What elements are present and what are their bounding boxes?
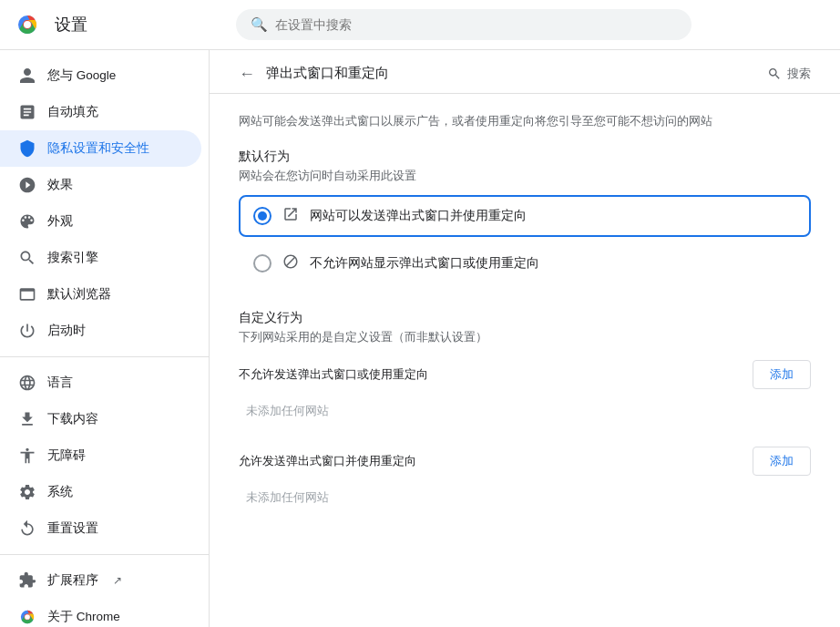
browser-icon	[18, 285, 36, 303]
sidebar-item-label: 无障碍	[47, 447, 86, 464]
allow-permission-label: 允许发送弹出式窗口并使用重定向	[239, 453, 416, 469]
content-body: 网站可能会发送弹出式窗口以展示广告，或者使用重定向将您引导至您可能不想访问的网站…	[210, 94, 840, 551]
accessibility-icon	[18, 447, 36, 465]
custom-section-title: 自定义行为	[239, 310, 811, 326]
sidebar-item-privacy-security[interactable]: 隐私设置和安全性	[0, 130, 201, 167]
content-search-label: 搜索	[787, 66, 811, 82]
sidebar-item-label: 启动时	[47, 323, 86, 339]
top-bar: 设置 🔍	[0, 0, 840, 50]
svg-point-4	[25, 614, 30, 620]
radio-option-block[interactable]: 不允许网站显示弹出式窗口或使用重定向	[239, 242, 811, 284]
sidebar-item-label: 重置设置	[47, 520, 98, 537]
sidebar-divider-1	[0, 356, 209, 357]
sidebar-item-reset[interactable]: 重置设置	[0, 510, 201, 547]
radio-circle-allow	[253, 207, 271, 225]
sidebar-item-accessibility[interactable]: 无障碍	[0, 437, 201, 474]
content-title: 弹出式窗口和重定向	[266, 65, 389, 82]
startup-icon	[18, 322, 36, 340]
back-button[interactable]: ←	[239, 66, 255, 82]
block-add-button[interactable]: 添加	[753, 360, 811, 389]
sidebar-item-effects[interactable]: 效果	[0, 167, 201, 203]
download-icon	[18, 410, 36, 428]
sidebar-item-label: 搜索引擎	[47, 250, 98, 266]
sidebar-item-label: 默认浏览器	[47, 286, 111, 303]
sidebar-item-appearance[interactable]: 外观	[0, 203, 201, 240]
allow-add-button[interactable]: 添加	[753, 447, 811, 476]
default-behavior-subtitle: 网站会在您访问时自动采用此设置	[239, 169, 811, 184]
sidebar-item-label: 自动填充	[47, 104, 98, 120]
popup-block-icon	[282, 253, 299, 273]
appearance-icon	[18, 212, 36, 231]
sidebar-item-autofill[interactable]: 自动填充	[0, 94, 201, 130]
sidebar-item-label: 隐私设置和安全性	[47, 140, 149, 157]
radio-option-allow[interactable]: 网站可以发送弹出式窗口并使用重定向	[239, 195, 811, 237]
main-layout: 您与 Google 自动填充 隐私设置和安全性 效果 外观	[0, 50, 840, 627]
sidebar-item-label: 系统	[47, 484, 73, 500]
sidebar-item-label: 语言	[47, 375, 73, 391]
reset-icon	[18, 519, 36, 538]
autofill-icon	[18, 103, 36, 121]
sidebar-item-search-engine[interactable]: 搜索引擎	[0, 240, 201, 276]
content-area: ← 弹出式窗口和重定向 搜索 网站可能会发送弹出式窗口以展示广告，或者使用重定向…	[210, 50, 840, 627]
sidebar-item-about-chrome[interactable]: 关于 Chrome	[0, 599, 201, 627]
popup-allow-icon	[282, 206, 299, 226]
svg-point-2	[24, 21, 31, 28]
language-icon	[18, 374, 36, 392]
sidebar-item-google-account[interactable]: 您与 Google	[0, 57, 201, 94]
content-header: ← 弹出式窗口和重定向 搜索	[210, 50, 840, 94]
allow-permission-header: 允许发送弹出式窗口并使用重定向 添加	[239, 447, 811, 476]
page-title: 设置	[55, 14, 87, 36]
chrome-about-icon	[18, 608, 36, 626]
sidebar-item-label: 外观	[47, 213, 73, 230]
allow-permission-block: 允许发送弹出式窗口并使用重定向 添加 未添加任何网站	[239, 447, 811, 511]
block-permission-header: 不允许发送弹出式窗口或使用重定向 添加	[239, 360, 811, 389]
chrome-logo-icon	[15, 12, 40, 37]
sidebar-item-extensions[interactable]: 扩展程序 ↗	[0, 562, 201, 599]
person-icon	[18, 67, 36, 85]
sidebar-item-label: 效果	[47, 177, 73, 193]
sidebar-item-label: 关于 Chrome	[47, 609, 120, 625]
search-icon: 🔍	[251, 16, 268, 33]
shield-icon	[18, 139, 36, 158]
default-behavior-title: 默认行为	[239, 149, 811, 165]
extensions-icon	[18, 571, 36, 590]
search-input[interactable]	[275, 17, 677, 32]
block-empty-text: 未添加任何网站	[239, 398, 811, 425]
system-icon	[18, 483, 36, 501]
custom-section-subtitle: 下列网站采用的是自定义设置（而非默认设置）	[239, 330, 811, 345]
content-search-icon	[767, 67, 782, 81]
block-permission-label: 不允许发送弹出式窗口或使用重定向	[239, 366, 428, 383]
top-search-bar[interactable]: 🔍	[236, 9, 691, 40]
sidebar-item-startup[interactable]: 启动时	[0, 313, 201, 349]
sidebar-item-system[interactable]: 系统	[0, 474, 201, 510]
block-permission-block: 不允许发送弹出式窗口或使用重定向 添加 未添加任何网站	[239, 360, 811, 425]
allow-empty-text: 未添加任何网站	[239, 485, 811, 511]
radio-label-block: 不允许网站显示弹出式窗口或使用重定向	[310, 255, 539, 272]
radio-label-allow: 网站可以发送弹出式窗口并使用重定向	[310, 208, 527, 224]
page-description: 网站可能会发送弹出式窗口以展示广告，或者使用重定向将您引导至您可能不想访问的网站	[239, 112, 811, 130]
external-link-icon: ↗	[113, 574, 122, 587]
sidebar-item-label: 下载内容	[47, 411, 98, 427]
search-engine-icon	[18, 249, 36, 267]
sidebar-divider-2	[0, 554, 209, 555]
custom-section: 自定义行为 下列网站采用的是自定义设置（而非默认设置） 不允许发送弹出式窗口或使…	[239, 310, 811, 511]
radio-circle-block	[253, 254, 271, 272]
sidebar-item-label: 您与 Google	[47, 67, 116, 84]
sidebar-item-label: 扩展程序	[47, 572, 98, 589]
effects-icon	[18, 176, 36, 194]
sidebar-item-language[interactable]: 语言	[0, 365, 201, 401]
sidebar: 您与 Google 自动填充 隐私设置和安全性 效果 外观	[0, 50, 210, 627]
content-search[interactable]: 搜索	[767, 66, 811, 82]
sidebar-item-default-browser[interactable]: 默认浏览器	[0, 276, 201, 313]
sidebar-item-downloads[interactable]: 下载内容	[0, 401, 201, 437]
content-header-left: ← 弹出式窗口和重定向	[239, 65, 389, 82]
